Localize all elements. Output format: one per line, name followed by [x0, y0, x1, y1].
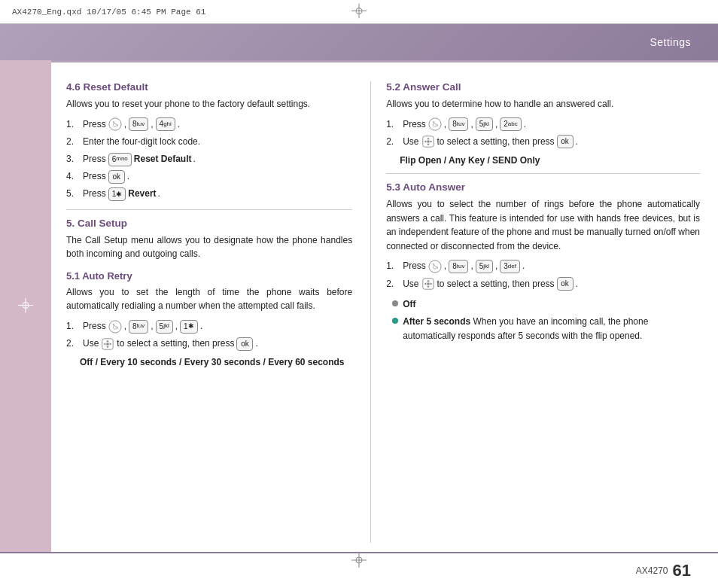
key-1: 1✱: [108, 187, 126, 201]
off-bold: Off: [403, 299, 415, 309]
key-ok-51: ok: [236, 337, 253, 351]
key-8tuv: 8tuv: [129, 117, 148, 131]
bottom-crosshair-icon: [351, 553, 367, 568]
step-content: Use to select a setting, then press ok: [403, 277, 700, 291]
svg-marker-10: [107, 346, 110, 348]
step-content: Press , 8tuv , 5jkl , 3def .: [403, 259, 700, 273]
key-6mno: 6mno: [108, 153, 132, 166]
section-52: 5.2 Answer Call Allows you to determine …: [386, 81, 700, 166]
key-8tuv-51: 8tuv: [129, 320, 148, 334]
section-5-heading: 5. Call Setup: [66, 218, 352, 229]
section-53: 5.3 Auto Answer Allows you to select the…: [386, 181, 700, 343]
header-title: Settings: [650, 36, 691, 48]
bullet-dot-gray: [392, 300, 398, 306]
step-52-1: 1. Press , 8tuv , 5jkl ,: [386, 117, 700, 132]
section-46-steps: 1. Press , 8tuv , 4ghi .: [66, 117, 352, 202]
key-4ghi: 4ghi: [156, 117, 175, 131]
section-51-options-text: Off / Every 10 seconds / Every 30 second…: [80, 357, 345, 367]
step-content: Press 6mno Reset Default.: [83, 152, 352, 166]
step-content: Use to select a setting, then press ok: [403, 135, 700, 149]
step-46-4: 4. Press ok .: [66, 169, 352, 184]
key-5jkl-52: 5jkl: [476, 117, 493, 131]
top-strip: AX4270_Eng.qxd 10/17/05 6:45 PM Page 61: [0, 0, 718, 24]
section-52-options: Flip Open / Any Key / SEND Only: [400, 155, 700, 166]
section-51-heading: 5.1 Auto Retry: [66, 270, 352, 282]
key-5jkl-51: 5jkl: [156, 320, 173, 334]
step-51-2: 2. Use to se: [66, 337, 352, 351]
section-5: 5. Call Setup The Call Setup menu allows…: [66, 218, 352, 261]
phone-icon-52-1: [428, 117, 442, 131]
separator-1: [66, 209, 352, 210]
section-5-paragraph: The Call Setup menu allows you to design…: [66, 233, 352, 261]
step-46-3: 3. Press 6mno Reset Default.: [66, 152, 352, 166]
svg-marker-26: [430, 282, 432, 285]
phone-icon-53-1: [428, 260, 442, 273]
section-53-heading: 5.3 Auto Answer: [386, 181, 700, 193]
page-container: AX4270_Eng.qxd 10/17/05 6:45 PM Page 61 …: [0, 0, 718, 588]
svg-marker-11: [104, 343, 106, 346]
left-crosshair-icon: [18, 297, 33, 312]
step-46-5: 5. Press 1✱ Revert.: [66, 187, 352, 201]
svg-marker-19: [430, 141, 432, 144]
step-num: 2.: [66, 135, 80, 149]
svg-point-13: [107, 343, 110, 346]
phone-icon-51-1: [108, 320, 122, 334]
reset-default-label: Reset Default: [134, 152, 192, 166]
bullet-after5-content: After 5 seconds When you have an incomin…: [403, 315, 700, 343]
step-num: 3.: [66, 152, 80, 166]
svg-marker-24: [427, 286, 430, 288]
nav-icon-53: [421, 277, 435, 291]
svg-point-27: [427, 282, 430, 285]
key-2abc-52: 2abc: [500, 117, 521, 131]
footer-model: AX4270: [636, 565, 668, 576]
step-num: 1.: [66, 117, 80, 132]
key-ok-52: ok: [557, 135, 573, 148]
nav-icon-52: [421, 135, 435, 148]
step-content: Press ok .: [83, 169, 352, 184]
section-52-steps: 1. Press , 8tuv , 5jkl ,: [386, 117, 700, 149]
bullet-off: Off: [392, 297, 700, 312]
file-info: AX4270_Eng.qxd 10/17/05 6:45 PM Page 61: [12, 8, 205, 17]
section-51-paragraph: Allows you to set the length of time the…: [66, 285, 352, 313]
top-crosshair-icon: [351, 3, 367, 18]
step-52-2: 2. Use to select a setting,: [386, 135, 700, 149]
step-content: Enter the four-digit lock code.: [83, 135, 352, 149]
key-8tuv-52: 8tuv: [449, 117, 468, 131]
bullet-after5: After 5 seconds When you have an incomin…: [392, 315, 700, 343]
footer-bar: AX4270 61: [0, 552, 718, 588]
step-num: 4.: [66, 169, 80, 184]
key-ok: ok: [108, 170, 125, 184]
svg-marker-12: [110, 343, 112, 346]
section-51-steps: 1. Press , 8tuv , 5jkl ,: [66, 319, 352, 351]
svg-marker-16: [427, 138, 430, 140]
revert-label: Revert: [128, 187, 156, 201]
step-num: 1.: [66, 319, 80, 334]
step-46-1: 1. Press , 8tuv , 4ghi .: [66, 117, 352, 132]
key-ok-53: ok: [557, 277, 573, 291]
step-num: 5.: [66, 187, 80, 201]
step-content: Press , 8tuv , 5jkl , 1✱ .: [83, 319, 352, 334]
step-content: Use to select a setting, then press: [83, 337, 352, 351]
svg-point-20: [427, 141, 430, 144]
section-53-steps: 1. Press , 8tuv , 5jkl ,: [386, 259, 700, 291]
key-3def-53: 3def: [500, 260, 520, 273]
step-content: Press 1✱ Revert.: [83, 187, 352, 201]
key-1-51: 1✱: [180, 320, 198, 334]
step-46-2: 2. Enter the four-digit lock code.: [66, 135, 352, 149]
accent-line: [0, 60, 718, 62]
header-bar: Settings: [0, 24, 718, 60]
svg-marker-17: [427, 144, 430, 146]
section-46-paragraph: Allows you to reset your phone to the fa…: [66, 97, 352, 111]
section-53-bullets: Off After 5 seconds When you have an inc…: [392, 297, 700, 344]
step-53-2: 2. Use to select a setting,: [386, 277, 700, 291]
svg-marker-18: [424, 141, 426, 144]
step-num: 1.: [386, 117, 400, 132]
section-52-paragraph: Allows you to determine how to handle an…: [386, 97, 700, 111]
step-51-1: 1. Press , 8tuv , 5jkl ,: [66, 319, 352, 334]
step-53-1: 1. Press , 8tuv , 5jkl ,: [386, 259, 700, 273]
key-8tuv-53: 8tuv: [449, 260, 468, 273]
svg-marker-9: [107, 340, 110, 342]
bullet-dot-teal: [392, 318, 398, 324]
left-column: 4.6 Reset Default Allows you to reset yo…: [66, 81, 370, 543]
step-num: 1.: [386, 259, 400, 273]
